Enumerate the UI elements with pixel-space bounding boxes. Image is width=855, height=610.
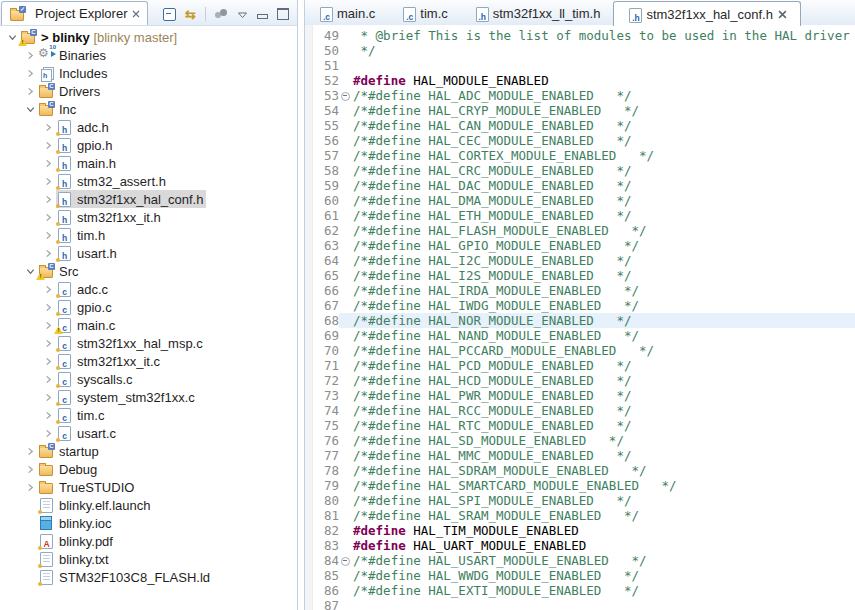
chevron-right-icon[interactable] [22, 465, 38, 474]
tree-item[interactable]: hgpio.h [0, 136, 297, 154]
tree-item[interactable]: csyscalls.c [0, 370, 297, 388]
tree-item[interactable]: CDrivers [0, 82, 297, 100]
chevron-right-icon[interactable] [22, 51, 38, 60]
chevron-right-icon[interactable] [40, 411, 56, 420]
editor-tab[interactable]: .hstm32f1xx_ll_tim.h [461, 2, 614, 25]
tree-item[interactable]: C> blinky [blinky master] [0, 28, 297, 46]
code-line[interactable]: 65/*#define HAL_I2S_MODULE_ENABLED */ [313, 268, 855, 283]
project-explorer-tab[interactable]: ✓ Project Explorer [1, 1, 148, 25]
code-line[interactable]: 66/*#define HAL_IRDA_MODULE_ENABLED */ [313, 283, 855, 298]
tree-item[interactable]: ctim.c [0, 406, 297, 424]
code-line[interactable]: 78/*#define HAL_SDRAM_MODULE_ENABLED */ [313, 463, 855, 478]
chevron-right-icon[interactable] [40, 177, 56, 186]
tree-item[interactable]: cmain.c [0, 316, 297, 334]
code-editor[interactable]: 49 * @brief This is the list of modules … [305, 25, 855, 610]
code-line[interactable]: 67/*#define HAL_IWDG_MODULE_ENABLED */ [313, 298, 855, 313]
code-line[interactable]: 68/*#define HAL_NOR_MODULE_ENABLED */ [313, 313, 855, 328]
chevron-right-icon[interactable] [40, 285, 56, 294]
tree-item[interactable]: cstm32f1xx_it.c [0, 352, 297, 370]
code-line[interactable]: 62/*#define HAL_FLASH_MODULE_ENABLED */ [313, 223, 855, 238]
chevron-right-icon[interactable] [22, 87, 38, 96]
close-icon[interactable] [778, 10, 787, 19]
code-line[interactable]: 71/*#define HAL_PCD_MODULE_ENABLED */ [313, 358, 855, 373]
code-line[interactable]: 80/*#define HAL_SPI_MODULE_ENABLED */ [313, 493, 855, 508]
tree-item[interactable]: TrueSTUDIO [0, 478, 297, 496]
tree-item[interactable]: CSrc [0, 262, 297, 280]
tree-item[interactable]: husart.h [0, 244, 297, 262]
code-line[interactable]: 81/*#define HAL_SRAM_MODULE_ENABLED */ [313, 508, 855, 523]
tree-item[interactable]: Ablinky.pdf [0, 532, 297, 550]
tree-item[interactable]: cusart.c [0, 424, 297, 442]
code-line[interactable]: 64/*#define HAL_I2C_MODULE_ENABLED */ [313, 253, 855, 268]
code-line[interactable]: 50 */ [313, 43, 855, 58]
code-line[interactable]: 83#define HAL_UART_MODULE_ENABLED [313, 538, 855, 553]
chevron-right-icon[interactable] [40, 303, 56, 312]
chevron-right-icon[interactable] [22, 483, 38, 492]
tree-item[interactable]: ⚙10Binaries [0, 46, 297, 64]
chevron-right-icon[interactable] [40, 429, 56, 438]
chevron-right-icon[interactable] [22, 69, 38, 78]
view-menu-icon[interactable] [237, 11, 248, 19]
code-line[interactable]: 61/*#define HAL_ETH_MODULE_ENABLED */ [313, 208, 855, 223]
fold-minus-icon[interactable] [341, 557, 350, 566]
code-line[interactable]: 82#define HAL_TIM_MODULE_ENABLED [313, 523, 855, 538]
chevron-right-icon[interactable] [40, 159, 56, 168]
code-line[interactable]: 51 [313, 58, 855, 73]
chevron-down-icon[interactable] [4, 33, 20, 42]
code-line[interactable]: 86/*#define HAL_EXTI_MODULE_ENABLED */ [313, 583, 855, 598]
tree-item[interactable]: htim.h [0, 226, 297, 244]
code-line[interactable]: 58/*#define HAL_CRC_MODULE_ENABLED */ [313, 163, 855, 178]
tree-item[interactable]: cstm32f1xx_hal_msp.c [0, 334, 297, 352]
tree-item[interactable]: hmain.h [0, 154, 297, 172]
tree-item[interactable]: cadc.c [0, 280, 297, 298]
code-line[interactable]: 73/*#define HAL_PWR_MODULE_ENABLED */ [313, 388, 855, 403]
code-line[interactable]: 77/*#define HAL_MMC_MODULE_ENABLED */ [313, 448, 855, 463]
chevron-right-icon[interactable] [40, 195, 56, 204]
code-line[interactable]: 63/*#define HAL_GPIO_MODULE_ENABLED */ [313, 238, 855, 253]
tree-item[interactable]: blinky.ioc [0, 514, 297, 532]
maximize-icon[interactable] [277, 8, 289, 20]
tree-item[interactable]: Debug [0, 460, 297, 478]
annotation-ruler[interactable] [305, 25, 313, 610]
focus-icon[interactable] [215, 9, 228, 19]
tree-item[interactable]: hstm32_assert.h [0, 172, 297, 190]
chevron-right-icon[interactable] [40, 249, 56, 258]
chevron-down-icon[interactable] [22, 267, 38, 276]
code-line[interactable]: 53/*#define HAL_ADC_MODULE_ENABLED */ [313, 88, 855, 103]
fold-minus-icon[interactable] [341, 92, 350, 101]
code-line[interactable]: 69/*#define HAL_NAND_MODULE_ENABLED */ [313, 328, 855, 343]
code-line[interactable]: 87 [313, 598, 855, 610]
editor-tab[interactable]: .cmain.c [305, 2, 388, 25]
code-line[interactable]: 85/*#define HAL_WWDG_MODULE_ENABLED */ [313, 568, 855, 583]
chevron-right-icon[interactable] [40, 141, 56, 150]
code-line[interactable]: 76/*#define HAL_SD_MODULE_ENABLED */ [313, 433, 855, 448]
collapse-all-icon[interactable] [163, 8, 176, 21]
code-line[interactable]: 54/*#define HAL_CRYP_MODULE_ENABLED */ [313, 103, 855, 118]
tree-item[interactable]: hstm32f1xx_it.h [0, 208, 297, 226]
chevron-right-icon[interactable] [40, 357, 56, 366]
chevron-down-icon[interactable] [22, 105, 38, 114]
chevron-right-icon[interactable] [40, 375, 56, 384]
code-line[interactable]: 84/*#define HAL_USART_MODULE_ENABLED */ [313, 553, 855, 568]
code-line[interactable]: 55/*#define HAL_CAN_MODULE_ENABLED */ [313, 118, 855, 133]
code-line[interactable]: 72/*#define HAL_HCD_MODULE_ENABLED */ [313, 373, 855, 388]
tree-item[interactable]: hstm32f1xx_hal_conf.h [0, 190, 297, 208]
code-line[interactable]: 59/*#define HAL_DAC_MODULE_ENABLED */ [313, 178, 855, 193]
code-line[interactable]: 74/*#define HAL_RCC_MODULE_ENABLED */ [313, 403, 855, 418]
tree-item[interactable]: cgpio.c [0, 298, 297, 316]
code-line[interactable]: 70/*#define HAL_PCCARD_MODULE_ENABLED */ [313, 343, 855, 358]
tree-item[interactable]: hadc.h [0, 118, 297, 136]
chevron-right-icon[interactable] [40, 213, 56, 222]
minimize-icon[interactable] [257, 14, 268, 19]
tree-item[interactable]: blinky.txt [0, 550, 297, 568]
code-line[interactable]: 75/*#define HAL_RTC_MODULE_ENABLED */ [313, 418, 855, 433]
code-line[interactable]: 49 * @brief This is the list of modules … [313, 28, 855, 43]
code-line[interactable]: 79/*#define HAL_SMARTCARD_MODULE_ENABLED… [313, 478, 855, 493]
code-line[interactable]: 57/*#define HAL_CORTEX_MODULE_ENABLED */ [313, 148, 855, 163]
tree-item[interactable]: csystem_stm32f1xx.c [0, 388, 297, 406]
link-with-editor-icon[interactable]: ⇆ [185, 8, 196, 21]
chevron-right-icon[interactable] [40, 393, 56, 402]
chevron-right-icon[interactable] [40, 321, 56, 330]
code-line[interactable]: 52#define HAL_MODULE_ENABLED [313, 73, 855, 88]
editor-tab[interactable]: .ctim.c [388, 2, 460, 25]
